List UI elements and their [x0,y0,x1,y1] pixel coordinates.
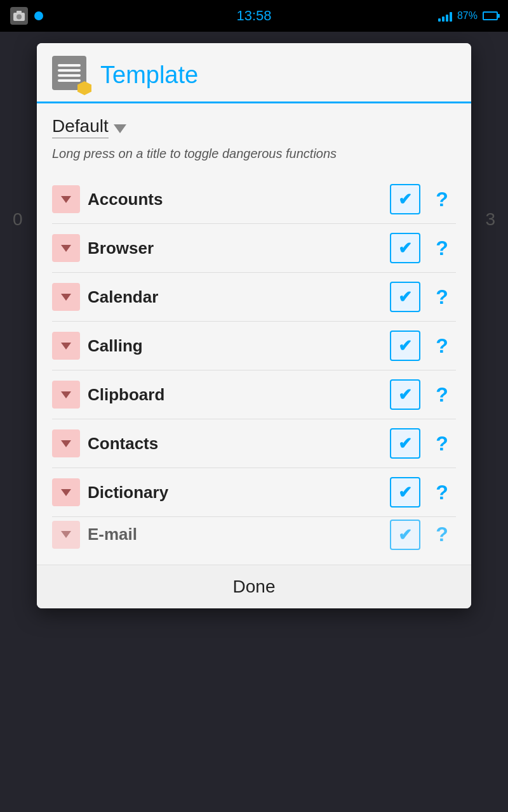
accounts-checkmark: ✔ [398,191,412,207]
permission-item-calendar: Calendar ✔ ? [52,273,456,322]
dialog-header: Template [37,43,471,94]
dropdown-label: Default [52,116,109,138]
email-checkbox[interactable]: ✔ [390,520,420,550]
clipboard-help-icon: ? [436,383,448,407]
clipboard-checkmark: ✔ [398,386,412,403]
hint-text: Long press on a title to toggle dangerou… [52,145,456,162]
battery-level: 87% [457,10,478,22]
email-help-button[interactable]: ? [428,521,456,549]
status-time: 13:58 [236,8,271,24]
dialog-footer: Done [37,565,471,608]
calling-checkbox[interactable]: ✔ [390,331,420,361]
expand-contacts-icon [61,440,71,447]
email-help-icon: ? [436,523,448,546]
expand-calling-button[interactable] [52,332,80,360]
calling-label: Calling [88,336,382,356]
dictionary-checkmark: ✔ [398,484,412,501]
accounts-label: Accounts [88,190,382,209]
expand-browser-button[interactable] [52,234,80,262]
svg-rect-2 [17,11,22,13]
contacts-checkbox[interactable]: ✔ [390,428,420,459]
permission-item-browser: Browser ✔ ? [52,224,456,273]
expand-calendar-button[interactable] [52,283,80,311]
expand-clipboard-button[interactable] [52,381,80,409]
expand-dictionary-button[interactable] [52,478,80,506]
contacts-help-icon: ? [436,432,448,455]
clipboard-label: Clipboard [88,385,382,405]
template-dialog: Template Default Long press on a title t… [37,43,471,608]
svg-point-1 [17,15,22,20]
contacts-checkmark: ✔ [398,435,412,452]
dictionary-help-icon: ? [436,481,448,504]
calendar-checkbox[interactable]: ✔ [390,282,420,312]
email-checkmark: ✔ [398,527,412,543]
browser-checkmark: ✔ [398,240,412,256]
expand-calendar-icon [61,294,71,301]
calendar-help-icon: ? [436,285,448,309]
dictionary-help-button[interactable]: ? [428,478,456,506]
permission-item-calling: Calling ✔ ? [52,322,456,370]
browser-help-button[interactable]: ? [428,234,456,262]
expand-browser-icon [61,245,71,252]
expand-accounts-icon [61,196,71,203]
permission-item-dictionary: Dictionary ✔ ? [52,468,456,517]
status-right-icons: 87% [438,10,498,22]
permission-item-clipboard: Clipboard ✔ ? [52,370,456,419]
expand-calling-icon [61,343,71,350]
permission-item-contacts: Contacts ✔ ? [52,419,456,468]
status-bar: 13:58 87% [0,0,508,32]
contacts-label: Contacts [88,434,382,454]
signal-icon [438,10,452,22]
accounts-checkbox[interactable]: ✔ [390,184,420,214]
calendar-help-button[interactable]: ? [428,283,456,311]
expand-clipboard-icon [61,391,71,398]
status-left-icons [10,7,43,25]
clipboard-help-button[interactable]: ? [428,381,456,409]
dropdown-arrow-icon [114,124,126,133]
permission-item-accounts: Accounts ✔ ? [52,175,456,224]
calling-help-button[interactable]: ? [428,332,456,360]
expand-email-button[interactable] [52,521,80,549]
photo-icon [10,7,28,25]
accounts-help-button[interactable]: ? [428,185,456,213]
browser-checkbox[interactable]: ✔ [390,233,420,263]
contacts-help-button[interactable]: ? [428,429,456,457]
notification-dot [34,11,43,20]
expand-contacts-button[interactable] [52,429,80,457]
calendar-label: Calendar [88,287,382,307]
expand-accounts-button[interactable] [52,185,80,213]
calling-checkmark: ✔ [398,337,412,354]
permission-list: Accounts ✔ ? Browser ✔ ? [52,175,456,552]
expand-dictionary-icon [61,489,71,496]
header-icon-container [52,56,90,94]
accounts-help-icon: ? [436,188,448,211]
permission-item-email: E-mail ✔ ? [52,517,456,552]
dialog-title: Template [100,62,198,89]
dialog-body: Default Long press on a title to toggle … [37,103,471,565]
battery-icon [483,11,498,20]
browser-label: Browser [88,239,382,258]
email-label: E-mail [88,525,382,544]
dictionary-checkbox[interactable]: ✔ [390,477,420,508]
expand-email-icon [61,531,71,538]
done-button[interactable]: Done [52,577,456,597]
calling-help-icon: ? [436,334,448,358]
calendar-checkmark: ✔ [398,289,412,305]
clipboard-checkbox[interactable]: ✔ [390,379,420,410]
browser-help-icon: ? [436,237,448,260]
template-dropdown[interactable]: Default [52,116,456,138]
dictionary-label: Dictionary [88,483,382,502]
